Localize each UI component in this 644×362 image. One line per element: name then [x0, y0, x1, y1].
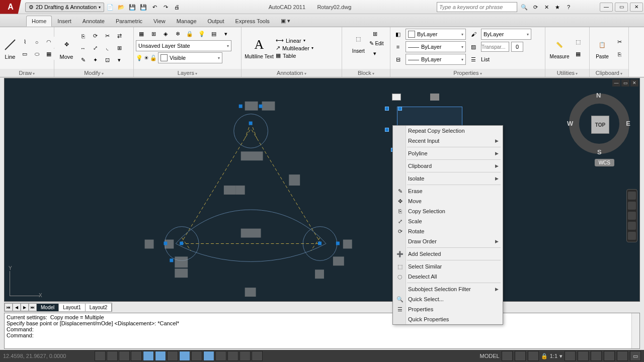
constraint-badge-2[interactable] [430, 94, 439, 101]
search-input[interactable] [437, 2, 517, 12]
menu-clipboard[interactable]: Clipboard▶ [393, 161, 503, 171]
sheet-prev-icon[interactable]: ◀ [13, 303, 21, 311]
sb-infer-icon[interactable] [95, 351, 106, 361]
sb-isolate-icon[interactable] [617, 351, 628, 361]
lineweight-icon[interactable]: ≡ [392, 41, 404, 52]
sb-lwt-icon[interactable] [215, 351, 226, 361]
layer-lock-icon[interactable]: 🔒 [184, 28, 195, 39]
color-control-icon[interactable]: ◧ [392, 29, 404, 40]
tab-express[interactable]: Express Tools [230, 16, 275, 27]
cut-icon[interactable]: ✂ [614, 37, 625, 48]
menu-quick-properties[interactable]: Quick Properties [393, 314, 503, 324]
subscription-icon[interactable]: ⟳ [530, 2, 540, 12]
measure-tool[interactable]: 📏 Measure [547, 30, 572, 66]
cmdline-scrollbar[interactable] [631, 313, 639, 348]
sb-qp-icon[interactable] [239, 351, 251, 361]
selection-grip[interactable] [398, 107, 402, 111]
linetype-icon[interactable]: ⊟ [392, 54, 404, 65]
tab-output[interactable]: Output [202, 16, 230, 27]
more-icon[interactable]: ▾ [114, 55, 125, 66]
constraint-badge[interactable] [392, 94, 401, 101]
layer-states-icon[interactable]: ⊞ [148, 28, 159, 39]
transparency-value[interactable] [511, 42, 523, 52]
workspace-switcher[interactable]: ⚙ 2D Drafting & Annotation ▾ [25, 3, 104, 12]
layer-more-icon[interactable]: ▾ [220, 28, 231, 39]
sb-hw-icon[interactable] [604, 351, 615, 361]
layer-match-icon[interactable]: ▤ [208, 28, 219, 39]
menu-scale[interactable]: ⤢Scale [393, 216, 503, 226]
menu-polyline[interactable]: Polyline▶ [393, 148, 503, 158]
sb-snap-icon[interactable] [107, 351, 118, 361]
linetype-combo[interactable]: —— ByLayer▾ [406, 54, 466, 65]
panel-properties-title[interactable]: Properties [390, 69, 545, 77]
panel-utilities-title[interactable]: Utilities [545, 69, 589, 77]
layer-off-icon[interactable]: 💡 [196, 28, 207, 39]
showmotion-icon[interactable] [628, 232, 636, 240]
vp-restore-icon[interactable]: ▭ [621, 79, 629, 86]
mtext-tool[interactable]: A Multiline Text [244, 30, 275, 66]
sb-ortho-icon[interactable] [131, 351, 142, 361]
sb-grid2-icon[interactable] [502, 351, 513, 361]
quickcalc-icon[interactable]: ▦ [573, 49, 584, 60]
tab-extra[interactable]: ▣ ▾ [275, 15, 296, 27]
selection-grip[interactable] [385, 128, 389, 132]
sb-model-label[interactable]: MODEL [480, 353, 500, 359]
layer-prop-icon[interactable]: ▦ [136, 28, 147, 39]
line-tool[interactable]: Line [2, 30, 18, 66]
sb-osnap-icon[interactable] [155, 351, 166, 361]
panel-layers-title[interactable]: Layers [134, 69, 241, 77]
print-icon[interactable]: 🖨 [172, 2, 182, 12]
create-block-icon[interactable]: ⊞ [369, 28, 380, 39]
viewcube[interactable]: TOP N S E W [569, 94, 629, 154]
scale-icon[interactable]: ⤢ [90, 43, 101, 54]
explode-icon[interactable]: ✦ [90, 55, 101, 66]
list-label[interactable]: List [481, 56, 490, 62]
viewcube-east[interactable]: E [626, 120, 630, 127]
hatch-icon[interactable]: ▦ [43, 49, 54, 60]
fillet-icon[interactable]: ◟ [102, 43, 113, 54]
exchange-icon[interactable]: ✕ [541, 2, 551, 12]
sheet-layout2[interactable]: Layout2 [86, 304, 112, 311]
sb-dyn-icon[interactable] [203, 351, 214, 361]
circle-icon[interactable]: ○ [31, 37, 42, 48]
panel-draw-title[interactable]: Draw [0, 69, 54, 77]
menu-draw-order[interactable]: Draw Order▶ [393, 236, 503, 246]
menu-recent-input[interactable]: Recent Input▶ [393, 136, 503, 146]
undo-icon[interactable]: ↶ [149, 2, 159, 12]
favorite-icon[interactable]: ★ [552, 2, 562, 12]
layer-combo[interactable]: Visible ▾ [158, 52, 222, 63]
tab-home[interactable]: Home [26, 16, 52, 27]
help-icon[interactable]: ? [564, 2, 574, 12]
panel-block-title[interactable]: Block [342, 69, 390, 77]
steering-wheel-icon[interactable] [628, 192, 636, 200]
menu-repeat-copy-selection[interactable]: Repeat Copy Selection [393, 126, 503, 136]
rotate-icon[interactable]: ⟳ [90, 31, 101, 42]
sb-annoscale-icon[interactable] [565, 351, 576, 361]
sb-tpy-icon[interactable] [227, 351, 238, 361]
tab-manage[interactable]: Manage [171, 16, 202, 27]
color-combo[interactable]: ByLayer▾ [406, 29, 466, 40]
open-icon[interactable]: 📂 [116, 2, 126, 12]
arc-icon[interactable]: ◠ [43, 37, 54, 48]
selection-grip[interactable] [385, 107, 389, 111]
tab-view[interactable]: View [148, 16, 171, 27]
transparency-icon[interactable]: ▨ [468, 41, 479, 52]
drawing-viewport[interactable]: — ▭ ✕ [4, 78, 640, 302]
list-icon[interactable]: ☰ [468, 54, 479, 65]
coordinates-readout[interactable]: 12.4598, 21.9627, 0.0000 [3, 353, 94, 359]
orbit-icon[interactable] [628, 222, 636, 230]
viewcube-west[interactable]: W [567, 120, 573, 127]
menu-select-similar[interactable]: ⬚Select Similar [393, 261, 503, 272]
stretch-icon[interactable]: ↔ [77, 43, 89, 54]
mirror-icon[interactable]: ⇄ [114, 31, 125, 42]
sheet-first-icon[interactable]: ⏮ [5, 303, 13, 311]
layer-state-combo[interactable]: Unsaved Layer State▾ [136, 40, 231, 51]
viewcube-south[interactable]: S [597, 148, 602, 156]
sb-toolbar-icon[interactable] [591, 351, 602, 361]
copy-clip-icon[interactable]: ⎘ [614, 49, 625, 60]
close-button[interactable]: ✕ [630, 3, 643, 12]
move-tool[interactable]: ✥ Move [56, 30, 76, 66]
saveas-icon[interactable]: 💾 [138, 2, 148, 12]
erase-icon[interactable]: ✎ [77, 55, 89, 66]
menu-add-selected[interactable]: ➕Add Selected [393, 249, 503, 259]
